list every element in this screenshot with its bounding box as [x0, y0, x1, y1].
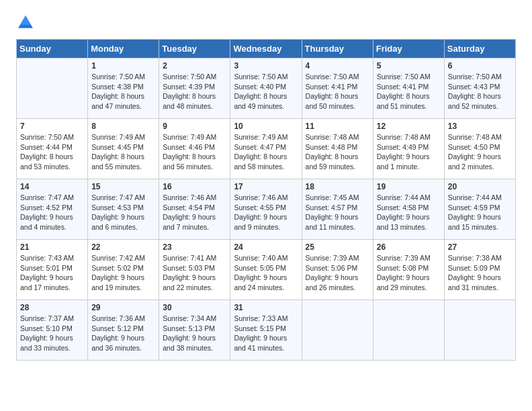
- calendar-table: SundayMondayTuesdayWednesdayThursdayFrid…: [16, 39, 516, 361]
- cell-info: Sunrise: 7:41 AMSunset: 5:03 PMDaylight:…: [163, 253, 226, 293]
- cell-info: Sunrise: 7:44 AMSunset: 4:59 PMDaylight:…: [448, 193, 512, 232]
- header-wednesday: Wednesday: [230, 40, 302, 58]
- calendar-cell: 1Sunrise: 7:50 AMSunset: 4:38 PMDaylight…: [88, 58, 159, 119]
- calendar-cell: 9Sunrise: 7:49 AMSunset: 4:46 PMDaylight…: [159, 119, 230, 179]
- day-number: 1: [91, 61, 155, 71]
- day-number: 2: [163, 61, 226, 71]
- day-number: 4: [306, 61, 369, 71]
- day-number: 13: [448, 122, 512, 131]
- calendar-cell: 23Sunrise: 7:41 AMSunset: 5:03 PMDayligh…: [159, 240, 230, 300]
- calendar-cell: 8Sunrise: 7:49 AMSunset: 4:45 PMDaylight…: [88, 119, 159, 179]
- calendar-cell: 17Sunrise: 7:46 AMSunset: 4:55 PMDayligh…: [230, 179, 302, 240]
- day-number: 17: [234, 182, 298, 191]
- cell-info: Sunrise: 7:47 AMSunset: 4:52 PMDaylight:…: [20, 193, 84, 232]
- calendar-cell: 16Sunrise: 7:46 AMSunset: 4:54 PMDayligh…: [159, 179, 230, 240]
- day-number: 12: [377, 122, 441, 131]
- cell-info: Sunrise: 7:42 AMSunset: 5:02 PMDaylight:…: [91, 253, 155, 293]
- day-number: 3: [234, 61, 298, 71]
- calendar-cell: 11Sunrise: 7:48 AMSunset: 4:48 PMDayligh…: [302, 119, 373, 179]
- calendar-cell: 30Sunrise: 7:34 AMSunset: 5:13 PMDayligh…: [159, 300, 230, 361]
- day-number: 30: [163, 303, 226, 312]
- day-number: 10: [234, 122, 298, 131]
- cell-info: Sunrise: 7:49 AMSunset: 4:47 PMDaylight:…: [234, 132, 298, 172]
- cell-info: Sunrise: 7:50 AMSunset: 4:39 PMDaylight:…: [163, 72, 226, 111]
- day-number: 22: [91, 242, 155, 252]
- cell-info: Sunrise: 7:39 AMSunset: 5:06 PMDaylight:…: [306, 253, 369, 293]
- cell-info: Sunrise: 7:46 AMSunset: 4:55 PMDaylight:…: [234, 193, 298, 232]
- calendar-header-row: SundayMondayTuesdayWednesdayThursdayFrid…: [17, 40, 516, 58]
- calendar-cell: 20Sunrise: 7:44 AMSunset: 4:59 PMDayligh…: [444, 179, 515, 240]
- calendar-week-1: 1Sunrise: 7:50 AMSunset: 4:38 PMDaylight…: [17, 58, 516, 119]
- logo: [16, 13, 39, 32]
- svg-marker-1: [20, 15, 31, 25]
- calendar-cell: 26Sunrise: 7:39 AMSunset: 5:08 PMDayligh…: [373, 240, 444, 300]
- day-number: 16: [163, 182, 226, 191]
- cell-info: Sunrise: 7:50 AMSunset: 4:41 PMDaylight:…: [377, 72, 441, 111]
- header-sunday: Sunday: [17, 40, 88, 58]
- day-number: 7: [20, 122, 84, 131]
- calendar-cell: 21Sunrise: 7:43 AMSunset: 5:01 PMDayligh…: [17, 240, 88, 300]
- cell-info: Sunrise: 7:49 AMSunset: 4:45 PMDaylight:…: [91, 132, 155, 172]
- cell-info: Sunrise: 7:38 AMSunset: 5:09 PMDaylight:…: [448, 253, 512, 293]
- day-number: 31: [234, 303, 298, 312]
- day-number: 21: [20, 242, 84, 252]
- cell-info: Sunrise: 7:48 AMSunset: 4:49 PMDaylight:…: [377, 132, 441, 172]
- calendar-cell: 19Sunrise: 7:44 AMSunset: 4:58 PMDayligh…: [373, 179, 444, 240]
- header-monday: Monday: [88, 40, 159, 58]
- cell-info: Sunrise: 7:43 AMSunset: 5:01 PMDaylight:…: [20, 253, 84, 293]
- cell-info: Sunrise: 7:49 AMSunset: 4:46 PMDaylight:…: [163, 132, 226, 172]
- day-number: 18: [306, 182, 369, 191]
- calendar-cell: 22Sunrise: 7:42 AMSunset: 5:02 PMDayligh…: [88, 240, 159, 300]
- calendar-week-5: 28Sunrise: 7:37 AMSunset: 5:10 PMDayligh…: [17, 300, 516, 361]
- calendar-cell: 3Sunrise: 7:50 AMSunset: 4:40 PMDaylight…: [230, 58, 302, 119]
- calendar-cell: 13Sunrise: 7:48 AMSunset: 4:50 PMDayligh…: [444, 119, 515, 179]
- day-number: 11: [306, 122, 369, 131]
- day-number: 5: [377, 61, 441, 71]
- cell-info: Sunrise: 7:34 AMSunset: 5:13 PMDaylight:…: [163, 314, 226, 353]
- calendar-cell: [17, 58, 88, 119]
- calendar-cell: 15Sunrise: 7:47 AMSunset: 4:53 PMDayligh…: [88, 179, 159, 240]
- header: [16, 13, 516, 32]
- calendar-cell: 24Sunrise: 7:40 AMSunset: 5:05 PMDayligh…: [230, 240, 302, 300]
- cell-info: Sunrise: 7:33 AMSunset: 5:15 PMDaylight:…: [234, 314, 298, 353]
- cell-info: Sunrise: 7:36 AMSunset: 5:12 PMDaylight:…: [91, 314, 155, 353]
- calendar-cell: 28Sunrise: 7:37 AMSunset: 5:10 PMDayligh…: [17, 300, 88, 361]
- cell-info: Sunrise: 7:50 AMSunset: 4:44 PMDaylight:…: [20, 132, 84, 172]
- calendar-cell: 29Sunrise: 7:36 AMSunset: 5:12 PMDayligh…: [88, 300, 159, 361]
- cell-info: Sunrise: 7:50 AMSunset: 4:40 PMDaylight:…: [234, 72, 298, 111]
- cell-info: Sunrise: 7:47 AMSunset: 4:53 PMDaylight:…: [91, 193, 155, 232]
- cell-info: Sunrise: 7:50 AMSunset: 4:38 PMDaylight:…: [91, 72, 155, 111]
- day-number: 24: [234, 242, 298, 252]
- calendar-week-3: 14Sunrise: 7:47 AMSunset: 4:52 PMDayligh…: [17, 179, 516, 240]
- cell-info: Sunrise: 7:48 AMSunset: 4:50 PMDaylight:…: [448, 132, 512, 172]
- cell-info: Sunrise: 7:45 AMSunset: 4:57 PMDaylight:…: [306, 193, 369, 232]
- cell-info: Sunrise: 7:44 AMSunset: 4:58 PMDaylight:…: [377, 193, 441, 232]
- day-number: 28: [20, 303, 84, 312]
- calendar-cell: [302, 300, 373, 361]
- cell-info: Sunrise: 7:50 AMSunset: 4:41 PMDaylight:…: [306, 72, 369, 111]
- calendar-cell: 25Sunrise: 7:39 AMSunset: 5:06 PMDayligh…: [302, 240, 373, 300]
- header-friday: Friday: [373, 40, 444, 58]
- calendar-cell: 27Sunrise: 7:38 AMSunset: 5:09 PMDayligh…: [444, 240, 515, 300]
- calendar-week-4: 21Sunrise: 7:43 AMSunset: 5:01 PMDayligh…: [17, 240, 516, 300]
- day-number: 19: [377, 182, 441, 191]
- calendar-cell: [444, 300, 515, 361]
- day-number: 27: [448, 242, 512, 252]
- day-number: 15: [91, 182, 155, 191]
- calendar-cell: 31Sunrise: 7:33 AMSunset: 5:15 PMDayligh…: [230, 300, 302, 361]
- calendar-cell: 18Sunrise: 7:45 AMSunset: 4:57 PMDayligh…: [302, 179, 373, 240]
- calendar-cell: 10Sunrise: 7:49 AMSunset: 4:47 PMDayligh…: [230, 119, 302, 179]
- calendar-cell: 7Sunrise: 7:50 AMSunset: 4:44 PMDaylight…: [17, 119, 88, 179]
- header-thursday: Thursday: [302, 40, 373, 58]
- logo-icon: [16, 13, 35, 32]
- day-number: 8: [91, 122, 155, 131]
- day-number: 26: [377, 242, 441, 252]
- calendar-cell: 5Sunrise: 7:50 AMSunset: 4:41 PMDaylight…: [373, 58, 444, 119]
- calendar-cell: [373, 300, 444, 361]
- cell-info: Sunrise: 7:39 AMSunset: 5:08 PMDaylight:…: [377, 253, 441, 293]
- header-saturday: Saturday: [444, 40, 515, 58]
- cell-info: Sunrise: 7:50 AMSunset: 4:43 PMDaylight:…: [448, 72, 512, 111]
- calendar-cell: 6Sunrise: 7:50 AMSunset: 4:43 PMDaylight…: [444, 58, 515, 119]
- day-number: 20: [448, 182, 512, 191]
- calendar-cell: 2Sunrise: 7:50 AMSunset: 4:39 PMDaylight…: [159, 58, 230, 119]
